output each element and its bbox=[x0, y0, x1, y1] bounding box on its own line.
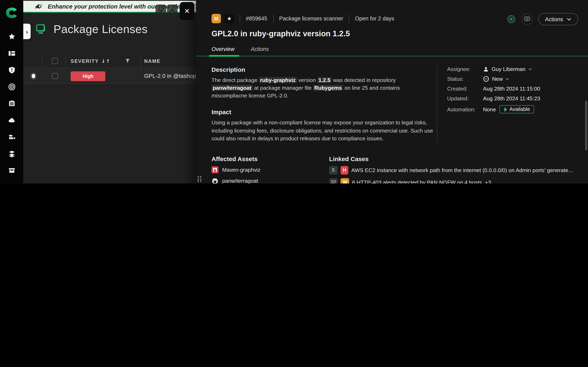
column-severity[interactable]: SEVERITY ↓↑ bbox=[71, 58, 111, 64]
marketplace-icon[interactable] bbox=[8, 167, 15, 174]
previous-issue-button[interactable] bbox=[156, 4, 166, 16]
assignee-dropdown[interactable]: Guy Liberman bbox=[483, 66, 532, 72]
severity-high-badge: H bbox=[341, 166, 348, 175]
description-text: The direct package ruby-graphviz version… bbox=[212, 76, 419, 100]
expand-filters-button[interactable]: › bbox=[23, 24, 31, 39]
ai-insights-icon[interactable] bbox=[506, 14, 516, 24]
reports-icon[interactable] bbox=[8, 100, 15, 107]
issue-title: GPL2.0 in ruby-graphviz version 1.2.5 bbox=[196, 23, 588, 38]
issue-detail-panel: M ★ #859645 Package licenses scanner Ope… bbox=[196, 0, 588, 184]
panel-tabs: Overview Actions bbox=[196, 46, 588, 56]
asset-link[interactable]: panw/terragoat bbox=[212, 177, 329, 184]
description-heading: Description bbox=[212, 66, 437, 73]
panel-header: M ★ #859645 Package licenses scanner Ope… bbox=[196, 0, 588, 23]
github-icon bbox=[212, 177, 218, 184]
sidebar-nav bbox=[8, 33, 15, 184]
lightning-bolt-icon bbox=[503, 107, 507, 112]
scanner-monitor-icon bbox=[35, 23, 47, 35]
created-timestamp: Aug 28th 2024 11:15:00 bbox=[483, 86, 540, 92]
meta-column: Assignee: Guy Liberman Status: New bbox=[437, 66, 574, 142]
filter-funnel-icon[interactable] bbox=[125, 59, 130, 63]
linked-case[interactable]: 32 M 6 HTTP-403 alerts detected by PAN N… bbox=[329, 178, 574, 184]
panel-resize-handle[interactable] bbox=[198, 176, 202, 183]
next-issue-button[interactable] bbox=[167, 4, 178, 16]
dashboards-icon[interactable] bbox=[8, 50, 15, 57]
linked-cases-heading: Linked Cases bbox=[329, 155, 574, 162]
comments-icon[interactable] bbox=[521, 13, 533, 25]
case-count-badge: 32 bbox=[329, 178, 338, 184]
star-toggle-icon[interactable]: ★ bbox=[225, 14, 234, 23]
impact-heading: Impact bbox=[212, 109, 437, 116]
close-panel-button[interactable]: ✕ bbox=[180, 2, 194, 20]
asset-link[interactable]: Maven-graphviz bbox=[212, 166, 329, 173]
app-root: ⚙ ? JH Enhance your protection level wit… bbox=[0, 0, 588, 184]
unread-indicator-dot bbox=[32, 74, 35, 78]
severity-badge: High bbox=[71, 71, 105, 81]
tab-overview[interactable]: Overview bbox=[212, 46, 234, 56]
favorites-icon[interactable] bbox=[8, 33, 15, 40]
target-icon[interactable] bbox=[8, 83, 15, 91]
registry-icon bbox=[212, 166, 218, 173]
impact-text: Using a package with a non-compliant lic… bbox=[212, 119, 434, 142]
page-title: Package Licenses bbox=[53, 23, 148, 36]
vertical-scrollbar[interactable] bbox=[585, 101, 587, 150]
chevron-down-icon bbox=[528, 68, 532, 70]
inventory-blocks-icon[interactable] bbox=[8, 133, 15, 141]
case-id: #859645 bbox=[246, 16, 267, 22]
updated-timestamp: Aug 28th 2024 11:45:23 bbox=[483, 95, 540, 101]
left-sidebar: ⚙ ? JH bbox=[0, 0, 23, 184]
open-duration: Open for 2 days bbox=[355, 16, 394, 22]
shield-alert-icon[interactable] bbox=[8, 67, 15, 74]
cloud-icon[interactable] bbox=[8, 117, 15, 124]
tab-actions[interactable]: Actions bbox=[251, 46, 269, 56]
megaphone-icon bbox=[34, 2, 43, 11]
affected-assets-heading: Affected Assets bbox=[212, 155, 329, 162]
case-count-badge: 5 bbox=[329, 166, 338, 175]
issue-name: GPL-2.0 in @tashop/ bbox=[144, 73, 196, 79]
actions-button[interactable]: Actions bbox=[538, 13, 578, 25]
chevron-down-icon bbox=[506, 78, 509, 80]
automation-available-button[interactable]: Available bbox=[499, 105, 534, 113]
severity-medium-badge: M bbox=[341, 178, 349, 184]
layers-icon[interactable] bbox=[8, 150, 15, 157]
automation-value: None bbox=[483, 106, 496, 112]
select-all-checkbox[interactable] bbox=[52, 58, 58, 64]
severity-medium-badge: M bbox=[212, 14, 221, 23]
person-icon bbox=[483, 66, 489, 72]
chevron-down-icon bbox=[567, 18, 571, 21]
sort-icon[interactable]: ↓↑ bbox=[101, 58, 111, 64]
status-new-icon bbox=[483, 76, 489, 82]
linked-case[interactable]: 5 H AWS EC2 instance with network path f… bbox=[329, 166, 574, 175]
cortex-logo-icon[interactable] bbox=[6, 7, 18, 18]
close-icon: ✕ bbox=[184, 7, 190, 15]
status-dropdown[interactable]: New bbox=[483, 76, 509, 82]
scanner-name: Package licenses scanner bbox=[279, 16, 343, 22]
column-name[interactable]: NAME bbox=[144, 58, 160, 64]
row-checkbox[interactable] bbox=[52, 73, 58, 79]
